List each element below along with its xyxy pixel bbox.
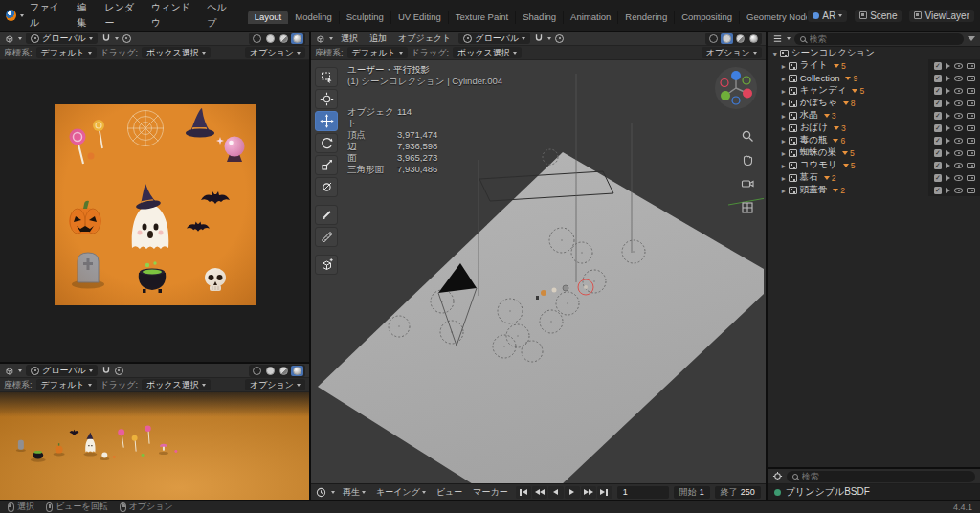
- hide-eye-icon[interactable]: [954, 100, 963, 106]
- hide-eye-icon[interactable]: [954, 163, 963, 168]
- toggle-grid-icon[interactable]: [741, 201, 754, 216]
- expander-icon[interactable]: [782, 185, 786, 195]
- tab-compositing[interactable]: Compositing: [675, 11, 740, 24]
- options-dropdown[interactable]: オプション: [702, 47, 762, 58]
- hide-eye-icon[interactable]: [954, 125, 963, 131]
- expander-icon[interactable]: [782, 110, 786, 121]
- shading-rendered-button[interactable]: [747, 33, 760, 44]
- shading-wireframe-button[interactable]: [251, 366, 263, 376]
- render-camera-icon[interactable]: [967, 63, 975, 69]
- shading-solid-button[interactable]: [721, 33, 733, 44]
- expander-icon[interactable]: [782, 135, 786, 145]
- expander-icon[interactable]: [782, 147, 786, 158]
- scale-tool[interactable]: [315, 155, 338, 175]
- selectable-icon[interactable]: [946, 63, 950, 69]
- expander-icon[interactable]: [773, 48, 777, 58]
- menu-object[interactable]: オブジェクト: [394, 33, 455, 45]
- selectable-icon[interactable]: [946, 138, 950, 144]
- drag-dropdown[interactable]: ボックス選択: [142, 47, 211, 58]
- shading-solid-button[interactable]: [264, 33, 277, 44]
- render-camera-icon[interactable]: [967, 88, 975, 94]
- playback-menu[interactable]: 再生: [340, 486, 368, 499]
- expander-icon[interactable]: [782, 160, 786, 170]
- render-camera-icon[interactable]: [967, 188, 975, 193]
- select-box-tool[interactable]: [315, 67, 338, 87]
- exclude-checkbox[interactable]: [934, 162, 942, 169]
- hide-eye-icon[interactable]: [954, 175, 963, 181]
- tab-uv-editing[interactable]: UV Editing: [391, 11, 449, 24]
- timeline-editor-icon[interactable]: [316, 487, 326, 498]
- outliner-row-gravestone[interactable]: 墓石 2: [768, 171, 980, 184]
- shading-material-button[interactable]: [734, 33, 746, 44]
- coord-dropdown[interactable]: デフォルト: [36, 47, 97, 58]
- selectable-icon[interactable]: [946, 88, 950, 94]
- snap-magnet-icon[interactable]: [534, 33, 544, 43]
- exclude-checkbox[interactable]: [934, 62, 942, 70]
- exclude-checkbox[interactable]: [934, 87, 942, 95]
- outliner-row-crystal[interactable]: 水晶 3: [768, 109, 980, 122]
- add-cube-tool[interactable]: [315, 255, 338, 275]
- expander-icon[interactable]: [782, 73, 786, 83]
- viewlayer-selector[interactable]: ViewLayer: [909, 10, 974, 22]
- outliner-root-row[interactable]: シーンコレクション: [768, 47, 980, 59]
- keying-menu[interactable]: キーイング: [373, 486, 429, 499]
- move-tool[interactable]: [315, 111, 338, 131]
- marker-menu[interactable]: マーカー: [470, 486, 510, 499]
- shading-wireframe-button[interactable]: [251, 33, 263, 44]
- jump-start-button[interactable]: [516, 486, 531, 499]
- scene-selector[interactable]: Scene: [855, 10, 902, 22]
- hide-eye-icon[interactable]: [954, 76, 963, 81]
- annotate-tool[interactable]: [315, 205, 338, 225]
- hide-eye-icon[interactable]: [954, 138, 963, 144]
- exclude-checkbox[interactable]: [934, 174, 942, 182]
- rotate-tool[interactable]: [315, 133, 338, 153]
- outliner-row-bat[interactable]: コウモリ 5: [768, 159, 980, 171]
- camera-view-icon[interactable]: [741, 177, 754, 192]
- zoom-icon[interactable]: [741, 129, 754, 145]
- tab-sculpting[interactable]: Sculpting: [340, 11, 391, 24]
- options-dropdown[interactable]: オプション: [245, 379, 305, 390]
- secondary-viewport-canvas[interactable]: [0, 392, 309, 513]
- exclude-checkbox[interactable]: [934, 137, 942, 145]
- menu-file[interactable]: ファイル: [25, 0, 71, 31]
- render-camera-icon[interactable]: [967, 138, 975, 144]
- mode-pill[interactable]: AR: [808, 10, 847, 22]
- hide-eye-icon[interactable]: [954, 113, 963, 119]
- snap-magnet-icon[interactable]: [101, 366, 111, 375]
- proportional-edit-icon[interactable]: [555, 34, 564, 43]
- editor-type-icon[interactable]: [315, 33, 325, 44]
- exclude-checkbox[interactable]: [934, 100, 942, 107]
- expander-icon[interactable]: [782, 172, 786, 183]
- outliner-search[interactable]: [794, 33, 964, 45]
- editor-type-icon[interactable]: [4, 366, 14, 376]
- outliner-row-spiderweb[interactable]: 蜘蛛の巣 5: [768, 146, 980, 159]
- measure-tool[interactable]: [315, 227, 338, 247]
- selectable-icon[interactable]: [946, 125, 950, 131]
- outliner-row-candy[interactable]: キャンディ 5: [768, 84, 980, 97]
- render-camera-icon[interactable]: [967, 175, 975, 181]
- tab-animation[interactable]: Animation: [564, 11, 618, 24]
- hide-eye-icon[interactable]: [954, 188, 963, 193]
- hide-eye-icon[interactable]: [954, 63, 963, 69]
- render-camera-icon[interactable]: [967, 163, 975, 168]
- render-camera-icon[interactable]: [967, 125, 975, 131]
- shading-material-button[interactable]: [278, 33, 290, 44]
- menu-add[interactable]: 追加: [366, 33, 390, 45]
- render-camera-icon[interactable]: [967, 113, 975, 119]
- viewport-canvas[interactable]: ユーザー・平行投影 (1) シーンコレクション | Cylinder.004 オ…: [311, 60, 766, 483]
- tab-shading[interactable]: Shading: [516, 11, 564, 24]
- tab-rendering[interactable]: Rendering: [618, 11, 675, 24]
- hide-eye-icon[interactable]: [954, 88, 963, 94]
- render-camera-icon[interactable]: [967, 76, 975, 81]
- editor-type-icon[interactable]: [4, 33, 14, 44]
- orientation-dropdown[interactable]: グローバル: [26, 365, 98, 376]
- hide-eye-icon[interactable]: [954, 150, 963, 156]
- outliner-row-poison[interactable]: 毒の瓶 6: [768, 134, 980, 146]
- blender-logo-icon[interactable]: [6, 10, 16, 21]
- cursor-tool[interactable]: [315, 89, 338, 109]
- prev-keyframe-button[interactable]: [532, 486, 547, 499]
- view-menu[interactable]: ビュー: [434, 486, 465, 499]
- outliner-search-input[interactable]: [810, 34, 958, 44]
- outliner-row-light[interactable]: ライト 5: [768, 59, 980, 72]
- expander-icon[interactable]: [782, 98, 786, 108]
